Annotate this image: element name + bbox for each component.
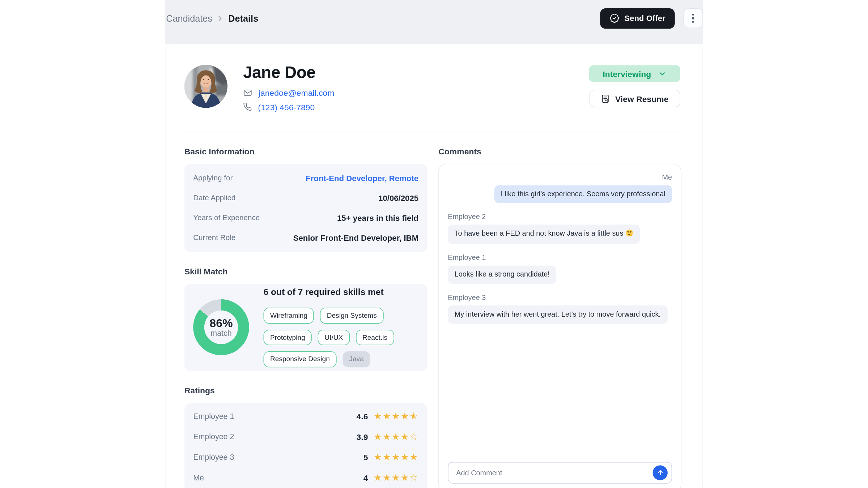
comments-panel: MeI like this girl’s experience. Seems v… xyxy=(438,163,681,488)
candidate-avatar xyxy=(184,65,227,108)
comment-author: Employee 1 xyxy=(448,253,486,262)
rating-rater: Employee 2 xyxy=(193,432,347,441)
rating-stars: ★★★★☆★ xyxy=(374,411,418,421)
breadcrumb-candidates[interactable]: Candidates xyxy=(166,13,212,23)
rating-rater: Employee 3 xyxy=(193,453,347,461)
view-resume-button[interactable]: View Resume xyxy=(589,90,681,107)
thinking-face-emoji xyxy=(626,229,633,237)
kebab-dot xyxy=(692,17,694,19)
phone-row: (123) 456-7890 xyxy=(243,102,335,111)
profile-header: Jane Doe janedoe@email.com (123) 456-789… xyxy=(184,44,680,132)
star-full-icon: ★ xyxy=(400,452,409,462)
info-value: 15+ years in this field xyxy=(337,213,418,222)
email-row: janedoe@email.com xyxy=(243,88,335,97)
mail-icon xyxy=(243,88,252,97)
candidate-email-link[interactable]: janedoe@email.com xyxy=(259,88,335,97)
star-full-icon: ★ xyxy=(392,431,401,442)
profile-actions: Interviewing View Resume xyxy=(589,65,681,107)
comment-author: Employee 3 xyxy=(448,293,486,301)
skill-chip-missing: Java xyxy=(342,351,370,367)
comment-author: Employee 2 xyxy=(448,213,486,221)
rating-value: 4.6 xyxy=(347,411,368,421)
rating-row: Employee 14.6★★★★☆★ xyxy=(193,411,418,421)
submit-comment-button[interactable] xyxy=(653,465,668,480)
info-label: Current Role xyxy=(193,234,235,242)
send-offer-button[interactable]: Send Offer xyxy=(600,8,675,29)
status-label: Interviewing xyxy=(603,69,651,78)
status-dropdown[interactable]: Interviewing xyxy=(589,65,681,82)
star-full-icon: ★ xyxy=(392,411,401,421)
star-full-icon: ★ xyxy=(400,411,409,421)
comment-author: Me xyxy=(662,173,672,181)
breadcrumb-details: Details xyxy=(228,13,258,23)
skill-chip: Responsive Design xyxy=(264,351,337,367)
star-full-icon: ★ xyxy=(400,431,409,442)
phone-icon xyxy=(243,102,252,111)
star-full-icon: ★ xyxy=(374,411,383,421)
badge-check-icon xyxy=(609,13,620,23)
comment-bubble: To have been a FED and not know Java is … xyxy=(448,225,640,244)
star-full-icon: ★ xyxy=(374,472,383,483)
skill-chip: Design Systems xyxy=(320,308,383,324)
rating-stars: ★★★★☆ xyxy=(374,432,418,441)
comment-bubble: Looks like a strong candidate! xyxy=(448,266,556,284)
breadcrumb: Candidates Details xyxy=(165,13,258,23)
rating-rater: Employee 1 xyxy=(193,412,347,420)
profile-info: Jane Doe janedoe@email.com (123) 456-789… xyxy=(243,65,335,116)
skill-chips: WireframingDesign SystemsPrototypingUI/U… xyxy=(264,308,419,367)
kebab-dot xyxy=(692,21,694,23)
applying-for-link[interactable]: Front-End Developer, Remote xyxy=(306,174,418,182)
candidate-name: Jane Doe xyxy=(243,64,335,81)
star-full-icon: ★ xyxy=(400,472,409,483)
right-column: Comments MeI like this girl’s experience… xyxy=(438,132,681,488)
file-search-icon xyxy=(601,94,610,103)
comment-input-wrap xyxy=(448,462,672,483)
topbar: Candidates Details Send Offer xyxy=(165,0,703,44)
candidate-card: Jane Doe janedoe@email.com (123) 456-789… xyxy=(165,44,703,488)
ratings-title: Ratings xyxy=(184,385,427,395)
rating-rater: Me xyxy=(193,473,347,482)
star-empty-icon: ☆ xyxy=(409,431,418,442)
chevron-down-icon xyxy=(658,69,667,78)
rating-row: Employee 23.9★★★★☆ xyxy=(193,432,418,441)
thinking-face-emoji xyxy=(626,229,633,240)
rating-value: 3.9 xyxy=(347,432,368,441)
candidate-phone-link[interactable]: (123) 456-7890 xyxy=(258,102,315,111)
skill-match-title: Skill Match xyxy=(184,266,427,276)
basic-info-panel: Applying for Front-End Developer, Remote… xyxy=(184,163,427,252)
comment-item: MeI like this girl’s experience. Seems v… xyxy=(448,173,672,203)
skill-chip: React.is xyxy=(356,330,394,345)
star-full-icon: ★ xyxy=(392,472,401,483)
star-full-icon: ★ xyxy=(383,411,392,421)
skill-chip: UI/UX xyxy=(318,330,350,345)
star-fill-overlay: ★ xyxy=(409,411,414,421)
candidate-details-page: Candidates Details Send Offer xyxy=(0,0,868,488)
skill-summary: 6 out of 7 required skills met Wireframi… xyxy=(264,287,419,367)
star-full-icon: ★ xyxy=(392,452,401,462)
star-half-icon: ☆★ xyxy=(409,411,418,421)
kebab-dot xyxy=(692,14,694,16)
match-label: match xyxy=(210,329,231,338)
comment-item: Employee 1Looks like a strong candidate! xyxy=(448,253,672,284)
comments-title: Comments xyxy=(438,146,681,156)
donut-center: 86% match xyxy=(204,311,238,344)
left-column: Basic Information Applying for Front-End… xyxy=(184,132,427,488)
arrow-up-icon xyxy=(656,468,664,476)
info-value: 10/06/2025 xyxy=(378,193,418,202)
rating-value: 4 xyxy=(347,473,368,482)
add-comment-input[interactable] xyxy=(455,468,652,477)
match-percent: 86% xyxy=(209,317,233,328)
info-label: Date Applied xyxy=(193,194,235,202)
star-full-icon: ★ xyxy=(374,431,383,442)
more-options-button[interactable] xyxy=(683,8,703,28)
star-full-icon: ★ xyxy=(383,472,392,483)
star-full-icon: ★ xyxy=(374,452,383,462)
info-label: Applying for xyxy=(193,174,233,182)
star-full-icon: ★ xyxy=(409,452,418,462)
info-value: Senior Front-End Developer, IBM xyxy=(293,233,419,242)
comment-item: Employee 2To have been a FED and not kno… xyxy=(448,213,672,244)
rating-stars: ★★★★★ xyxy=(374,452,418,462)
comment-bubble: I like this girl’s experience. Seems ver… xyxy=(494,185,672,203)
send-offer-label: Send Offer xyxy=(624,14,665,22)
info-label: Years of Experience xyxy=(193,214,260,222)
